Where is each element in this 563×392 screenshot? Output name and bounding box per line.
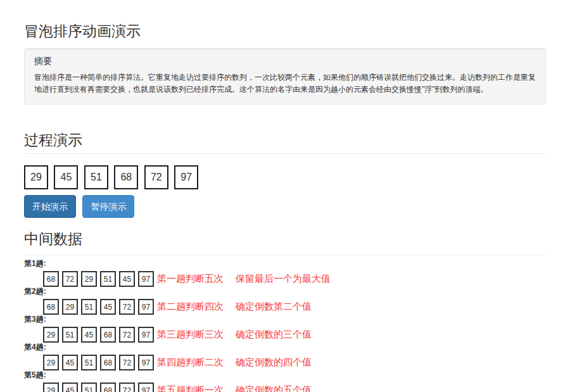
pause-demo-button[interactable]: 暂停演示: [82, 195, 134, 218]
pass-number-box: 97: [138, 355, 154, 370]
pass-number-box: 68: [100, 383, 116, 392]
pass-annotation: 第五趟判断一次确定倒数的五个值: [157, 384, 312, 392]
pass-row-2: 第2趟: 68 29 51 45 72 97 第二趟判断四次确定倒数第二个值: [24, 287, 546, 315]
pass-label: 第5趟:: [24, 370, 546, 380]
pass-annotation: 第一趟判断五次保留最后一个为最大值: [157, 273, 331, 285]
pass-number-box: 51: [81, 299, 97, 315]
pass-boxes: 68 72 29 51 45 97: [43, 271, 157, 287]
summary-body: 冒泡排序是一种简单的排序算法。它重复地走访过要排序的数列，一次比较两个元素，如果…: [34, 72, 536, 96]
page-title: 冒泡排序动画演示: [24, 23, 546, 39]
pass-note-text: 保留最后一个为最大值: [236, 274, 331, 284]
pass-line: 68 72 29 51 45 97 第一趟判断五次保留最后一个为最大值: [24, 271, 546, 287]
pass-note-text: 确定倒数的三个值: [236, 329, 312, 339]
pass-number-box: 51: [81, 383, 97, 392]
pass-row-3: 第3趟: 29 51 45 68 72 97 第三趟判断三次确定倒数的三个值: [24, 315, 546, 343]
pass-number-box: 68: [100, 355, 116, 370]
pass-number-box: 72: [119, 299, 135, 315]
pass-number-box: 72: [62, 271, 78, 287]
demo-number-box: 68: [114, 165, 138, 189]
pass-number-box: 72: [119, 355, 135, 370]
pass-judge-text: 第二趟判断四次: [157, 301, 224, 312]
pass-note-text: 确定倒数的五个值: [236, 385, 312, 392]
pass-judge-text: 第三趟判断三次: [157, 329, 224, 339]
pass-number-box: 51: [62, 327, 78, 343]
demo-number-row: 29 45 51 68 72 97: [24, 165, 546, 189]
pass-number-box: 97: [138, 383, 154, 392]
demo-number-box: 97: [174, 165, 198, 189]
summary-heading: 摘要: [34, 56, 536, 67]
demo-number-box: 29: [24, 165, 48, 189]
pass-number-box: 45: [119, 271, 135, 287]
pass-annotation: 第三趟判断三次确定倒数的三个值: [157, 329, 312, 341]
demo-number-box: 45: [54, 165, 78, 189]
pass-label: 第1趟:: [24, 259, 546, 269]
pass-number-box: 68: [43, 299, 59, 315]
pass-number-box: 45: [81, 327, 97, 343]
pass-line: 29 45 51 68 72 97 第五趟判断一次确定倒数的五个值: [24, 383, 546, 392]
pass-row-1: 第1趟: 68 72 29 51 45 97 第一趟判断五次保留最后一个为最大值: [24, 259, 546, 287]
pass-number-box: 29: [43, 383, 59, 392]
pass-number-box: 29: [62, 299, 78, 315]
pass-label: 第2趟:: [24, 287, 546, 296]
pass-number-box: 29: [43, 355, 59, 370]
pass-number-box: 72: [119, 327, 135, 343]
demo-button-row: 开始演示 暂停演示: [24, 195, 546, 218]
page-container: 冒泡排序动画演示 摘要 冒泡排序是一种简单的排序算法。它重复地走访过要排序的数列…: [24, 23, 546, 392]
pass-judge-text: 第一趟判断五次: [157, 274, 224, 284]
pass-judge-text: 第五趟判断一次: [157, 385, 224, 392]
pass-boxes: 29 51 45 68 72 97: [43, 327, 157, 343]
demo-number-box: 51: [84, 165, 108, 189]
pass-row-4: 第4趟: 29 45 51 68 72 97 第四趟判断二次确定倒数的四个值: [24, 343, 546, 370]
pass-note-text: 确定倒数的四个值: [236, 357, 312, 367]
pass-label: 第4趟:: [24, 343, 546, 352]
pass-note-text: 确定倒数第二个值: [236, 301, 312, 312]
pass-label: 第3趟:: [24, 315, 546, 324]
pass-number-box: 29: [43, 327, 59, 343]
start-demo-button[interactable]: 开始演示: [24, 195, 76, 218]
summary-well: 摘要 冒泡排序是一种简单的排序算法。它重复地走访过要排序的数列，一次比较两个元素…: [24, 48, 546, 104]
pass-line: 29 45 51 68 72 97 第四趟判断二次确定倒数的四个值: [24, 355, 546, 370]
pass-number-box: 51: [81, 355, 97, 370]
demo-number-box: 72: [144, 165, 168, 189]
pass-judge-text: 第四趟判断二次: [157, 357, 224, 367]
pass-boxes: 29 45 51 68 72 97: [43, 355, 157, 370]
pass-number-box: 29: [81, 271, 97, 287]
pass-annotation: 第二趟判断四次确定倒数第二个值: [157, 301, 312, 313]
pass-number-box: 68: [100, 327, 116, 343]
pass-number-box: 45: [62, 383, 78, 392]
pass-number-box: 45: [62, 355, 78, 370]
pass-number-box: 72: [119, 383, 135, 392]
section-heading-process-demo: 过程演示: [24, 132, 546, 154]
pass-number-box: 97: [138, 299, 154, 315]
pass-annotation: 第四趟判断二次确定倒数的四个值: [157, 357, 312, 369]
pass-line: 68 29 51 45 72 97 第二趟判断四次确定倒数第二个值: [24, 299, 546, 315]
pass-boxes: 68 29 51 45 72 97: [43, 299, 157, 315]
pass-row-5: 第5趟: 29 45 51 68 72 97 第五趟判断一次确定倒数的五个值: [24, 370, 546, 392]
pass-line: 29 51 45 68 72 97 第三趟判断三次确定倒数的三个值: [24, 327, 546, 343]
pass-number-box: 97: [138, 327, 154, 343]
pass-number-box: 68: [43, 271, 59, 287]
pass-number-box: 45: [100, 299, 116, 315]
pass-number-box: 51: [100, 271, 116, 287]
pass-list: 第1趟: 68 72 29 51 45 97 第一趟判断五次保留最后一个为最大值…: [24, 259, 546, 392]
pass-number-box: 97: [138, 271, 154, 287]
section-heading-intermediate-data: 中间数据: [24, 231, 546, 255]
pass-boxes: 29 45 51 68 72 97: [43, 383, 157, 392]
